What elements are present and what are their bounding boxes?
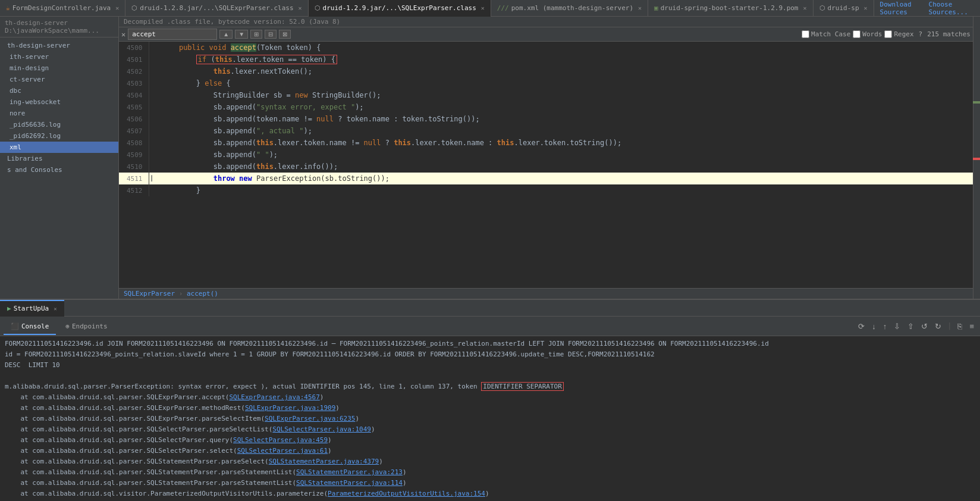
- sidebar-item-mindesign[interactable]: min-design: [0, 62, 118, 74]
- console-link-4379[interactable]: SQLStatementParser.java:4379: [269, 458, 379, 465]
- line-code: this.lexer.nextToken();: [157, 65, 973, 77]
- breadcrumb-method[interactable]: accept(): [187, 290, 218, 298]
- xml-icon: ///: [497, 4, 509, 12]
- tab-formdesign[interactable]: ☕ FormDesignController.java ✕: [0, 0, 125, 17]
- toolbar-menu-button[interactable]: ≡: [967, 321, 976, 332]
- line-number: 4504: [119, 89, 149, 101]
- line-arrow: [149, 161, 157, 173]
- tab-close[interactable]: ✕: [864, 5, 868, 11]
- line-arrow: [149, 65, 157, 77]
- console-error-line: m.alibaba.druid.sql.parser.ParserExcepti…: [5, 381, 975, 392]
- choose-sources-link[interactable]: Choose Sources...: [929, 1, 974, 16]
- toolbar-undo-button[interactable]: ↺: [919, 321, 930, 332]
- right-scrollbar[interactable]: [973, 17, 980, 299]
- console-link-114[interactable]: SQLStatementParser.java:114: [296, 479, 403, 487]
- toolbar-rerun-button[interactable]: ⟳: [856, 321, 867, 332]
- subtab-console[interactable]: ⬛ Console: [4, 318, 56, 335]
- tab-druidsp[interactable]: ⬡ druid-sp ✕: [813, 0, 874, 17]
- line-code: if (this.lexer.token == token) {: [157, 54, 973, 65]
- scroll-marker: [973, 101, 980, 104]
- sidebar-item-libraries[interactable]: Libraries: [0, 153, 118, 164]
- sidebar-item-ithserver[interactable]: ith-server: [0, 51, 118, 62]
- sidebar-item-ctserver[interactable]: ct-server: [0, 74, 118, 85]
- tab-label: StartUpUa: [14, 305, 49, 312]
- toolbar-copy-button[interactable]: ⎘: [955, 321, 965, 332]
- toolbar-down2-button[interactable]: ⇩: [891, 321, 903, 332]
- tab-close[interactable]: ✕: [803, 5, 807, 11]
- console-link-1049[interactable]: SQLSelectParser.java:1049: [272, 425, 371, 433]
- line-arrow: [149, 149, 157, 161]
- console-link-459[interactable]: SQLSelectParser.java:459: [233, 436, 328, 444]
- console-line: at com.alibaba.druid.sql.parser.SQLExprP…: [5, 392, 975, 403]
- find-all-button[interactable]: ⊞: [250, 30, 262, 39]
- table-row: 4500 public void accept(Token token) {: [119, 42, 973, 54]
- line-arrow: [149, 125, 157, 137]
- tab-druid129[interactable]: ⬡ druid-1.2.9.jar/...\SQLExprParser.clas…: [309, 0, 491, 17]
- regex-checkbox[interactable]: [884, 30, 892, 38]
- line-arrow: [149, 101, 157, 113]
- subtab-endpoints[interactable]: ⊕ Endpoints: [58, 318, 114, 334]
- console-line: at com.alibaba.druid.sql.parser.SQLState…: [5, 467, 975, 478]
- console-line: id = FORM202111051416223496_points_relat…: [5, 349, 975, 360]
- console-label: Console: [21, 322, 49, 330]
- console-link-154[interactable]: ParameterizedOutputVisitorUtils.java:154: [328, 490, 485, 497]
- tab-pom[interactable]: /// pom.xml (mammoth-design-server) ✕: [491, 0, 648, 17]
- search-prev-button[interactable]: ▲: [219, 30, 233, 39]
- tab-starter[interactable]: ▣ druid-spring-boot-starter-1.2.9.pom ✕: [648, 0, 813, 17]
- words-checkbox[interactable]: [853, 30, 860, 38]
- download-sources-link[interactable]: Download Sources: [880, 1, 923, 16]
- line-number: 4508: [119, 137, 149, 149]
- sidebar-item-log2[interactable]: _pid62692.log: [0, 130, 118, 142]
- code-view[interactable]: 4500 public void accept(Token token) { 4…: [119, 42, 973, 288]
- regex-option[interactable]: Regex: [884, 30, 913, 38]
- console-output[interactable]: FORM202111051416223496.id JOIN FORM20211…: [0, 336, 980, 501]
- console-line: DESC LIMIT 10: [5, 360, 975, 371]
- bottom-tab-startupua[interactable]: ▶ StartUpUa ✕: [0, 300, 64, 317]
- console-link-6235[interactable]: SQLExprParser.java:6235: [265, 415, 355, 422]
- toolbar-up-button[interactable]: ↑: [881, 321, 890, 332]
- toggle-replace-button[interactable]: ⊟: [265, 30, 277, 39]
- match-case-option[interactable]: Match Case: [802, 30, 850, 38]
- tab-close[interactable]: ✕: [115, 5, 119, 11]
- sidebar-item-websocket[interactable]: ing-websocket: [0, 96, 118, 108]
- toolbar-up2-button[interactable]: ⇧: [905, 321, 916, 332]
- console-link-4567[interactable]: SQLExprParser.java:4567: [230, 393, 320, 401]
- line-number: 4505: [119, 101, 149, 113]
- search-next-button[interactable]: ▼: [235, 30, 248, 39]
- sidebar: th-design-server D:\javaWorkSpace\mamm..…: [0, 17, 119, 299]
- line-code: public void accept(Token token) {: [157, 42, 973, 54]
- console-line: at com.alibaba.druid.sql.parser.SQLState…: [5, 456, 975, 467]
- sidebar-item-xml[interactable]: xml: [0, 142, 118, 153]
- sidebar-item-dbc[interactable]: dbc: [0, 85, 118, 96]
- breadcrumb-class[interactable]: SQLExprParser: [124, 290, 175, 298]
- console-link-61[interactable]: SQLSelectParser.java:61: [237, 447, 328, 455]
- tab-close[interactable]: ✕: [299, 5, 302, 11]
- table-row: 4512 }: [119, 184, 973, 196]
- words-option[interactable]: Words: [853, 30, 882, 38]
- sidebar-item-log1[interactable]: _pid56636.log: [0, 119, 118, 130]
- line-arrow: ▎: [149, 173, 157, 184]
- breadcrumb-bar: SQLExprParser › accept(): [119, 288, 973, 299]
- line-code: sb.append(this.lexer.token.name != null …: [157, 137, 973, 149]
- line-arrow: [149, 54, 157, 65]
- toolbar-down-button[interactable]: ↓: [869, 321, 878, 332]
- match-case-checkbox[interactable]: [802, 30, 809, 38]
- sidebar-item-thdesign[interactable]: th-design-server: [0, 40, 118, 51]
- search-input[interactable]: [128, 29, 217, 40]
- tab-close[interactable]: ✕: [638, 5, 642, 11]
- console-link-213[interactable]: SQLStatementParser.java:213: [296, 468, 403, 476]
- sidebar-item-nore[interactable]: nore: [0, 108, 118, 119]
- toolbar-redo-button[interactable]: ↻: [932, 321, 944, 332]
- console-link-1909[interactable]: SQLExprParser.java:1909: [245, 404, 335, 412]
- close-search-icon[interactable]: ✕: [121, 30, 125, 39]
- line-number: 4511: [119, 173, 149, 184]
- endpoints-label: Endpoints: [72, 322, 108, 330]
- help-icon: ?: [919, 30, 923, 38]
- tab-close[interactable]: ✕: [481, 5, 485, 11]
- sidebar-item-consoles[interactable]: s and Consoles: [0, 164, 118, 176]
- tab-close[interactable]: ✕: [54, 306, 56, 312]
- line-arrow: [149, 42, 157, 54]
- replace-btn[interactable]: ⊠: [279, 30, 291, 39]
- line-code: StringBuilder sb = new StringBuilder();: [157, 89, 973, 101]
- tab-druid128[interactable]: ⬡ druid-1.2.8.jar/...\SQLExprParser.clas…: [125, 0, 308, 17]
